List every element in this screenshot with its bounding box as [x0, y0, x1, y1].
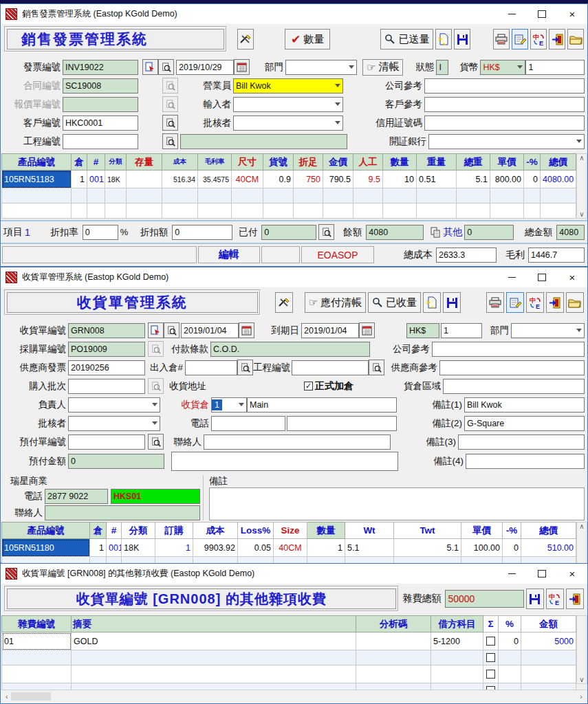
phone2-field[interactable]	[287, 416, 397, 431]
other-charges-link[interactable]: 其他	[443, 226, 462, 239]
received-qty-button[interactable]: 已收量	[368, 292, 421, 313]
grn-date-field[interactable]: 2019/01/04	[181, 323, 239, 338]
vendor-invoice-field[interactable]: 20190256	[68, 360, 145, 375]
grn-no-field[interactable]: GRN008	[68, 323, 145, 338]
formal-stockin-checkbox[interactable]: ✓	[304, 382, 313, 390]
close-button[interactable]: ×	[557, 564, 587, 584]
responsible-select[interactable]	[68, 397, 160, 412]
calendar-button[interactable]	[359, 322, 375, 338]
vendor-ref-field[interactable]	[439, 360, 585, 375]
contract-no-field[interactable]: SC19008	[63, 78, 138, 94]
note4-field[interactable]	[466, 454, 585, 469]
lookup-warehouse-button[interactable]	[237, 360, 253, 375]
status-field[interactable]: I	[436, 60, 448, 75]
prepay-amount-field[interactable]: 0	[68, 454, 164, 469]
post-button[interactable]	[148, 322, 164, 338]
save-button[interactable]	[443, 292, 461, 313]
calendar-button[interactable]	[234, 59, 250, 75]
prepay-no-field[interactable]	[68, 434, 145, 450]
exit-button[interactable]	[566, 588, 584, 609]
horizontal-scrollbar[interactable]: ‹ ›	[1, 690, 587, 703]
salesman-select[interactable]: Bill Kwok	[233, 78, 343, 94]
payable-clear-button[interactable]: ☞ 應付清帳	[305, 292, 366, 313]
minimize-button[interactable]	[497, 267, 527, 287]
department-select[interactable]	[285, 60, 357, 75]
quantity-button[interactable]: ✔ 數量	[285, 29, 330, 50]
note3-field[interactable]	[458, 434, 585, 450]
language-toggle-button[interactable]: 中E	[526, 292, 544, 313]
warehouse-name-field[interactable]: Main	[247, 397, 397, 412]
close-button[interactable]: ×	[557, 267, 587, 287]
company-ref-field[interactable]	[432, 342, 585, 357]
lookup-invoice-button[interactable]	[158, 59, 174, 75]
other-charges-field[interactable]: 0	[464, 225, 514, 240]
scroll-up-icon[interactable]: ∧	[579, 154, 584, 162]
project-desc-field[interactable]	[180, 134, 347, 149]
invoice-no-field[interactable]: INV19022	[63, 60, 138, 75]
scroll-right-icon[interactable]: ›	[580, 692, 582, 701]
maximize-button[interactable]	[527, 267, 557, 287]
grand-total-field[interactable]: 4080	[556, 225, 585, 240]
paid-field[interactable]: 0	[261, 225, 316, 240]
department-select[interactable]	[511, 323, 585, 338]
exit-button[interactable]	[549, 29, 565, 50]
save-button[interactable]	[454, 29, 470, 50]
lookup-payment-button[interactable]	[318, 224, 334, 240]
quotation-no-field[interactable]	[63, 97, 138, 112]
exchange-rate-field[interactable]: 1	[525, 60, 585, 75]
modify-tools-button[interactable]	[237, 29, 254, 50]
maximize-button[interactable]	[527, 4, 557, 24]
project-no-field[interactable]	[63, 134, 138, 149]
minimize-button[interactable]	[497, 4, 527, 24]
discount-rate-field[interactable]: 0	[83, 225, 118, 240]
exchange-rate-field[interactable]: 1	[441, 323, 482, 338]
lc-no-field[interactable]	[424, 116, 585, 131]
phone1-field[interactable]	[211, 416, 285, 431]
balance-field[interactable]: 4080	[366, 225, 424, 240]
issuing-bank-select[interactable]	[428, 134, 585, 149]
new-document-button[interactable]	[435, 29, 452, 50]
currency-select[interactable]: HK$	[480, 60, 525, 75]
currency-field[interactable]: HK$	[406, 323, 439, 338]
print-button[interactable]	[493, 29, 510, 50]
exit-button[interactable]	[546, 292, 564, 313]
cell-product-no[interactable]: 105RN51180	[2, 539, 90, 557]
payment-terms-field[interactable]: C.O.D.	[210, 342, 370, 357]
open-folder-button[interactable]	[566, 292, 584, 313]
scroll-down-icon[interactable]: ∨	[579, 210, 584, 218]
approver-select[interactable]	[68, 416, 160, 431]
scrollbar-thumb[interactable]	[11, 692, 51, 701]
modify-tools-button[interactable]	[275, 292, 293, 313]
vertical-scrollbar[interactable]: ∨	[576, 615, 587, 684]
cell-product-no[interactable]: 105RN51183	[2, 170, 72, 188]
enterer-select[interactable]	[233, 97, 343, 112]
calendar-button[interactable]	[239, 322, 254, 338]
scroll-up-icon[interactable]: ∧	[579, 522, 584, 530]
memo-textarea[interactable]	[209, 487, 585, 520]
due-date-field[interactable]: 2019/01/04	[301, 323, 359, 338]
language-toggle-button[interactable]: 中E	[546, 588, 564, 609]
contact-field[interactable]	[204, 434, 391, 450]
company-ref-field[interactable]	[424, 78, 585, 94]
approver-select[interactable]	[233, 116, 343, 131]
project-no-field[interactable]	[292, 360, 369, 375]
lookup-customer-button[interactable]	[162, 115, 178, 131]
edit-button[interactable]	[506, 292, 524, 313]
note1-field[interactable]: Bill Kwok	[464, 397, 585, 412]
lookup-prepay-button[interactable]	[148, 434, 164, 450]
open-folder-button[interactable]	[567, 29, 584, 50]
lookup-grn-button[interactable]	[164, 322, 179, 338]
note2-field[interactable]: G-Square	[464, 416, 585, 431]
warehouse-area-field[interactable]	[443, 379, 585, 394]
edit-button[interactable]	[512, 29, 528, 50]
receiving-warehouse-select[interactable]: 1	[211, 397, 247, 412]
po-no-field[interactable]: PO19009	[68, 342, 145, 357]
sum-checkbox[interactable]	[486, 653, 495, 662]
lookup-project-button[interactable]	[162, 133, 178, 149]
address-textarea[interactable]	[171, 452, 398, 471]
close-button[interactable]: ×	[557, 4, 587, 24]
customer-no-field[interactable]: HKC0001	[63, 116, 138, 131]
post-button[interactable]	[142, 59, 158, 75]
vertical-scrollbar[interactable]: ∧∨	[576, 153, 587, 219]
maximize-button[interactable]	[527, 564, 557, 584]
